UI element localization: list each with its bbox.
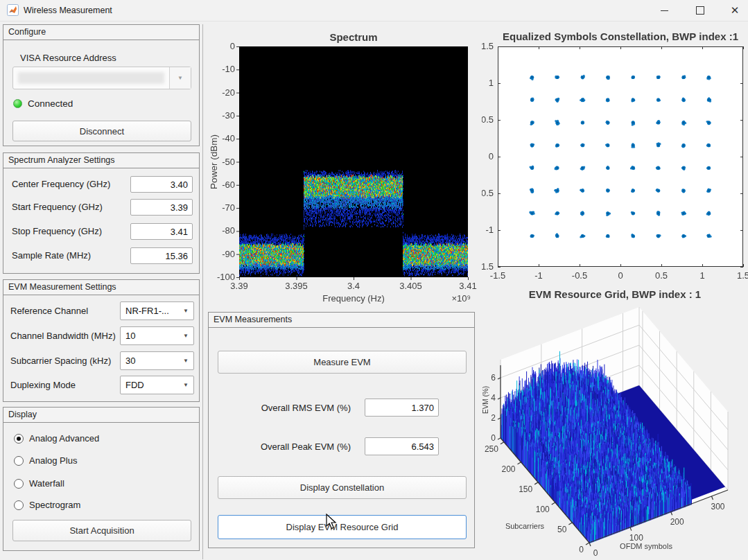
evm-resource-grid-plot: [482, 288, 748, 560]
chevron-down-icon: ▼: [183, 308, 189, 314]
connection-status-label: Connected: [28, 98, 73, 109]
maximize-icon: [696, 6, 704, 15]
chevron-down-icon: ▼: [183, 333, 189, 339]
visa-address-value: [18, 72, 164, 84]
reference-channel-dropdown[interactable]: NR-FR1-...▼: [120, 301, 194, 320]
maximize-button[interactable]: [685, 0, 715, 21]
close-button[interactable]: ✕: [720, 0, 748, 21]
visa-address-label: VISA Resource Address: [20, 53, 116, 63]
subcarrier-spacing-dropdown[interactable]: 30▼: [120, 351, 194, 370]
spectrum-settings-title: Spectrum Analyzer Settings: [3, 153, 199, 168]
close-icon: ✕: [731, 4, 740, 17]
stop-frequency-label: Stop Frequency (GHz): [12, 226, 102, 236]
constellation-plot: [482, 29, 748, 292]
evm-measurements-title: EVM Measurements: [209, 313, 474, 328]
reference-channel-label: Reference Channel: [10, 306, 88, 316]
evm-settings-panel: EVM Measurement Settings Reference Chann…: [3, 279, 200, 402]
measure-evm-button[interactable]: Measure EVM: [218, 351, 467, 374]
start-frequency-label: Start Frequency (GHz): [12, 202, 103, 212]
center-frequency-field[interactable]: 3.40: [130, 176, 193, 193]
start-acquisition-button[interactable]: Start Acquisition: [12, 520, 191, 541]
spectrum-settings-panel: Spectrum Analyzer Settings Center Freque…: [3, 152, 200, 274]
minimize-button[interactable]: [649, 0, 679, 21]
evm-measurements-panel: EVM Measurements Measure EVM Overall RMS…: [208, 312, 475, 548]
app-icon: [7, 4, 19, 16]
start-frequency-field[interactable]: 3.39: [130, 199, 193, 216]
minimize-icon: [661, 10, 668, 11]
subcarrier-spacing-label: Subcarrier Spacing (kHz): [10, 356, 111, 366]
radio-analog-plus-label: Analog Plus: [29, 455, 77, 466]
display-panel: Display Analog Advanced Analog Plus Wate…: [3, 407, 200, 551]
chevron-down-icon[interactable]: ▼: [169, 67, 191, 89]
visa-address-combobox[interactable]: ▼: [12, 67, 191, 89]
channel-bandwidth-dropdown[interactable]: 10▼: [120, 326, 194, 345]
center-frequency-label: Center Frequency (GHz): [12, 179, 110, 189]
chevron-down-icon: ▼: [183, 382, 189, 388]
channel-bandwidth-label: Channel Bandwidth (MHz): [10, 331, 116, 341]
radio-waterfall[interactable]: [14, 479, 24, 489]
window-title: Wireless Measurement: [24, 6, 112, 15]
chevron-down-icon: ▼: [183, 358, 189, 364]
rms-evm-field[interactable]: 1.370: [365, 399, 439, 417]
peak-evm-field[interactable]: 6.543: [365, 437, 439, 455]
radio-analog-advanced[interactable]: [14, 434, 24, 444]
app-window: Wireless Measurement ✕ Configure VISA Re…: [0, 0, 748, 560]
radio-analog-plus[interactable]: [14, 456, 24, 466]
display-constellation-button[interactable]: Display Constellation: [218, 476, 467, 499]
radio-spectrogram-label: Spectrogram: [29, 500, 80, 510]
duplexing-mode-dropdown[interactable]: FDD▼: [120, 376, 194, 394]
rms-evm-label: Overall RMS EVM (%): [209, 403, 351, 413]
connection-status-lamp: [13, 99, 22, 108]
configure-panel-title: Configure: [3, 25, 199, 40]
configure-panel: Configure VISA Resource Address ▼ Connec…: [3, 24, 200, 146]
sample-rate-label: Sample Rate (MHz): [12, 250, 91, 261]
evm-settings-title: EVM Measurement Settings: [3, 280, 199, 295]
title-bar: Wireless Measurement ✕: [0, 0, 748, 21]
sample-rate-field[interactable]: 15.36: [130, 247, 193, 264]
display-panel-title: Display: [3, 408, 199, 423]
peak-evm-label: Overall Peak EVM (%): [209, 441, 351, 452]
radio-waterfall-label: Waterfall: [29, 478, 64, 489]
mouse-cursor: [326, 514, 338, 530]
display-evm-grid-button[interactable]: Display EVM Resource Grid: [218, 515, 467, 539]
duplexing-mode-label: Duplexing Mode: [10, 380, 76, 390]
stop-frequency-field[interactable]: 3.41: [130, 223, 193, 240]
column-divider: [202, 24, 203, 559]
radio-analog-advanced-label: Analog Advanced: [29, 433, 99, 444]
disconnect-button[interactable]: Disconnect: [12, 121, 191, 141]
spectrum-plot: [208, 29, 478, 308]
radio-spectrogram[interactable]: [14, 500, 24, 510]
